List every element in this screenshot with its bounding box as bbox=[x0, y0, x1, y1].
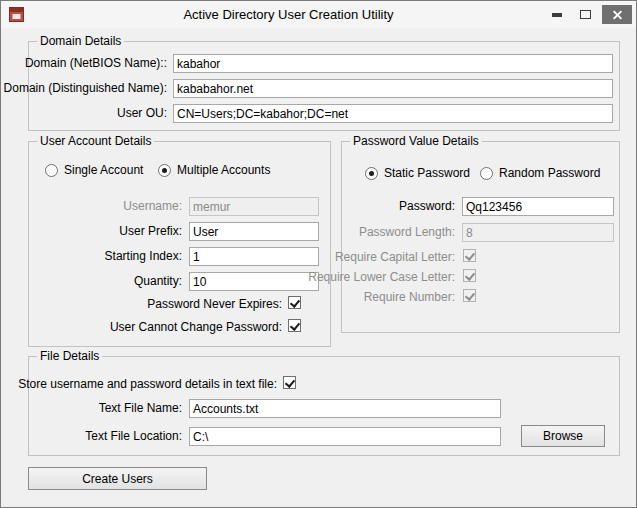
require-lower-checkbox bbox=[463, 269, 476, 282]
user-ou-input[interactable] bbox=[173, 104, 613, 123]
multiple-accounts-radio[interactable]: Multiple Accounts bbox=[158, 163, 270, 177]
user-account-details-title: User Account Details bbox=[37, 134, 154, 148]
user-account-details-group: User Account Details Single Account Mult… bbox=[28, 141, 331, 347]
password-value-details-group: Password Value Details Static Password R… bbox=[341, 141, 620, 333]
distinguished-name-label: Domain (Distinguished Name): bbox=[4, 79, 167, 98]
store-in-text-file-checkbox[interactable] bbox=[283, 376, 296, 389]
static-password-radio-circle bbox=[365, 167, 378, 180]
require-number-label: Require Number: bbox=[364, 290, 455, 304]
file-details-title: File Details bbox=[37, 349, 102, 363]
close-button[interactable] bbox=[602, 5, 632, 24]
create-users-button[interactable]: Create Users bbox=[28, 467, 207, 490]
netbios-name-input[interactable] bbox=[173, 54, 613, 73]
text-file-location-label: Text File Location: bbox=[85, 427, 182, 446]
username-input bbox=[189, 197, 319, 216]
multiple-accounts-radio-circle bbox=[158, 164, 171, 177]
password-input[interactable] bbox=[462, 197, 614, 216]
maximize-button[interactable] bbox=[572, 5, 598, 24]
username-label: Username: bbox=[123, 197, 182, 216]
browse-button[interactable]: Browse bbox=[521, 425, 605, 447]
password-label: Password: bbox=[399, 197, 455, 216]
require-capital-label: Require Capital Letter: bbox=[335, 250, 455, 264]
text-file-name-label: Text File Name: bbox=[99, 399, 182, 418]
distinguished-name-input[interactable] bbox=[173, 79, 613, 98]
single-account-radio-circle bbox=[45, 164, 58, 177]
static-password-radio[interactable]: Static Password bbox=[365, 166, 470, 180]
password-never-expires-label: Password Never Expires: bbox=[147, 297, 282, 311]
random-password-radio-circle bbox=[480, 167, 493, 180]
window-title: Active Directory User Creation Utility bbox=[41, 7, 536, 22]
require-capital-checkbox bbox=[463, 249, 476, 262]
single-account-label: Single Account bbox=[64, 163, 143, 177]
static-password-label: Static Password bbox=[384, 166, 470, 180]
domain-details-group: Domain Details Domain (NetBIOS Name):: D… bbox=[28, 41, 620, 131]
netbios-name-label: Domain (NetBIOS Name):: bbox=[25, 54, 167, 73]
close-icon bbox=[612, 9, 623, 20]
user-prefix-input[interactable] bbox=[189, 222, 319, 241]
store-in-text-file-label: Store username and password details in t… bbox=[18, 377, 277, 391]
text-file-location-input[interactable] bbox=[189, 427, 501, 446]
require-lower-label: Require Lower Case Letter: bbox=[308, 270, 455, 284]
single-account-radio[interactable]: Single Account bbox=[45, 163, 143, 177]
quantity-input[interactable] bbox=[189, 272, 319, 291]
starting-index-label: Starting Index: bbox=[105, 247, 182, 266]
minimize-icon bbox=[552, 13, 562, 17]
starting-index-input[interactable] bbox=[189, 247, 319, 266]
random-password-radio[interactable]: Random Password bbox=[480, 166, 600, 180]
random-password-label: Random Password bbox=[499, 166, 600, 180]
user-cannot-change-password-checkbox[interactable] bbox=[288, 319, 301, 332]
password-length-label: Password Length: bbox=[359, 223, 455, 242]
domain-details-title: Domain Details bbox=[37, 34, 124, 48]
minimize-button[interactable] bbox=[544, 5, 570, 24]
titlebar: Active Directory User Creation Utility bbox=[1, 1, 636, 28]
password-never-expires-checkbox[interactable] bbox=[288, 296, 301, 309]
maximize-icon bbox=[580, 10, 591, 19]
file-details-group: File Details Store username and password… bbox=[28, 356, 620, 456]
app-window: Active Directory User Creation Utility D… bbox=[0, 0, 637, 508]
user-ou-label: User OU: bbox=[117, 104, 167, 123]
quantity-label: Quantity: bbox=[134, 272, 182, 291]
text-file-name-input[interactable] bbox=[189, 399, 501, 418]
user-prefix-label: User Prefix: bbox=[119, 222, 182, 241]
require-number-checkbox bbox=[463, 289, 476, 302]
app-icon bbox=[9, 7, 24, 22]
password-length-input bbox=[462, 223, 614, 242]
password-value-details-title: Password Value Details bbox=[350, 134, 482, 148]
user-cannot-change-password-label: User Cannot Change Password: bbox=[110, 320, 282, 334]
multiple-accounts-label: Multiple Accounts bbox=[177, 163, 270, 177]
